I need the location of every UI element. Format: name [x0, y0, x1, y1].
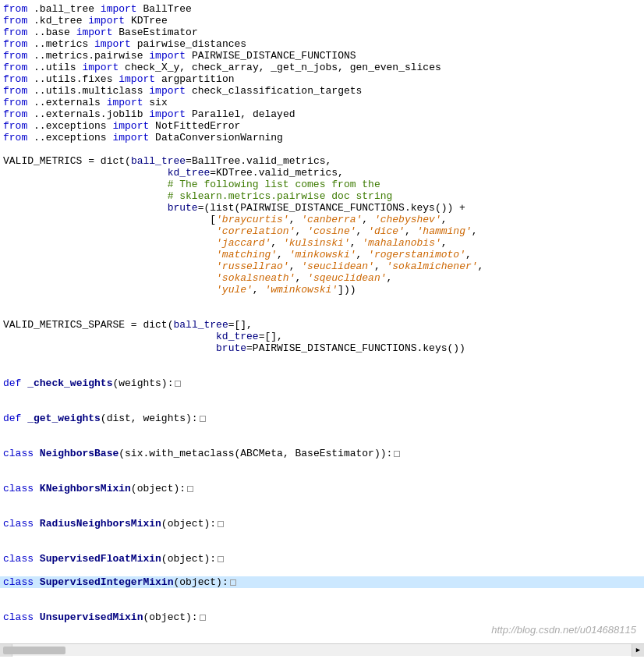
code-line [0, 401, 644, 413]
code-line: from .kd_tree import KDTree [0, 15, 644, 27]
code-line: class NeighborsBase(six.with_metaclass(A… [0, 448, 644, 459]
scroll-right-arrow[interactable]: ▶ [632, 644, 644, 657]
code-line [0, 366, 644, 377]
code-line [0, 296, 644, 307]
code-line [0, 354, 644, 366]
code-line: brute=PAIRWISE_DISTANCE_FUNCTIONS.keys()… [0, 342, 644, 354]
code-line: 'matching', 'minkowski', 'rogerstanimoto… [0, 249, 644, 260]
code-line [0, 389, 644, 401]
code-line [0, 541, 644, 553]
code-line: 'yule', 'wminkowski'])) [0, 284, 644, 296]
code-editor: from .ball_tree import BallTreefrom .kd_… [0, 0, 644, 643]
code-line [0, 588, 644, 600]
code-line: class KNeighborsMixin(object): [0, 483, 644, 494]
code-line: VALID_METRICS_SPARSE = dict(ball_tree=[]… [0, 319, 644, 331]
code-line: VALID_METRICS = dict(ball_tree=BallTree.… [0, 155, 644, 167]
code-line: from ..externals import six [0, 97, 644, 108]
scrollbar-thumb[interactable] [3, 647, 65, 654]
code-line: # sklearn.metrics.pairwise doc string [0, 190, 644, 202]
code-line: from ..utils import check_X_y, check_arr… [0, 62, 644, 73]
code-line [0, 471, 644, 483]
horizontal-scrollbar[interactable]: ◀ ▶ [0, 643, 644, 656]
code-line: from ..utils.multiclass import check_cla… [0, 85, 644, 97]
code-line: class SupervisedFloatMixin(object): [0, 553, 644, 565]
code-line: from ..externals.joblib import Parallel,… [0, 108, 644, 120]
code-line: kd_tree=[], [0, 331, 644, 342]
code-line [0, 494, 644, 506]
code-line: from ..metrics.pairwise import PAIRWISE_… [0, 50, 644, 62]
code-line: def _check_weights(weights): [0, 377, 644, 389]
code-line [0, 436, 644, 448]
code-line: def _get_weights(dist, weights): [0, 413, 644, 424]
code-line [0, 459, 644, 471]
code-line: class UnsupervisedMixin(object): [0, 611, 644, 623]
code-line: from .ball_tree import BallTree [0, 3, 644, 15]
code-line: kd_tree=KDTree.valid_metrics, [0, 167, 644, 179]
code-line: from ..exceptions import DataConversionW… [0, 132, 644, 143]
code-line: class SupervisedIntegerMixin(object): [0, 576, 644, 588]
code-line: ['braycurtis', 'canberra', 'chebyshev', [0, 214, 644, 225]
code-line: 'jaccard', 'kulsinski', 'mahalanobis', [0, 237, 644, 249]
code-line [0, 143, 644, 155]
code-line: from ..base import BaseEstimator [0, 27, 644, 38]
code-line: from ..metrics import pairwise_distances [0, 38, 644, 50]
code-line [0, 424, 644, 436]
code-line: 'sokalsneath', 'sqeuclidean', [0, 272, 644, 284]
code-line: 'russellrao', 'seuclidean', 'sokalmichen… [0, 260, 644, 272]
code-line: class RadiusNeighborsMixin(object): [0, 518, 644, 530]
code-line [0, 506, 644, 518]
code-line: # The following list comes from the [0, 179, 644, 190]
code-line [0, 565, 644, 576]
code-line [0, 307, 644, 319]
code-line: from ..utils.fixes import argpartition [0, 73, 644, 85]
code-line [0, 530, 644, 541]
code-line: 'correlation', 'cosine', 'dice', 'hammin… [0, 225, 644, 237]
code-line [0, 600, 644, 611]
code-line: from ..exceptions import NotFittedError [0, 120, 644, 132]
watermark: http://blog.csdn.net/u014688115 [491, 624, 636, 636]
code-line: brute=(list(PAIRWISE_DISTANCE_FUNCTIONS.… [0, 202, 644, 214]
